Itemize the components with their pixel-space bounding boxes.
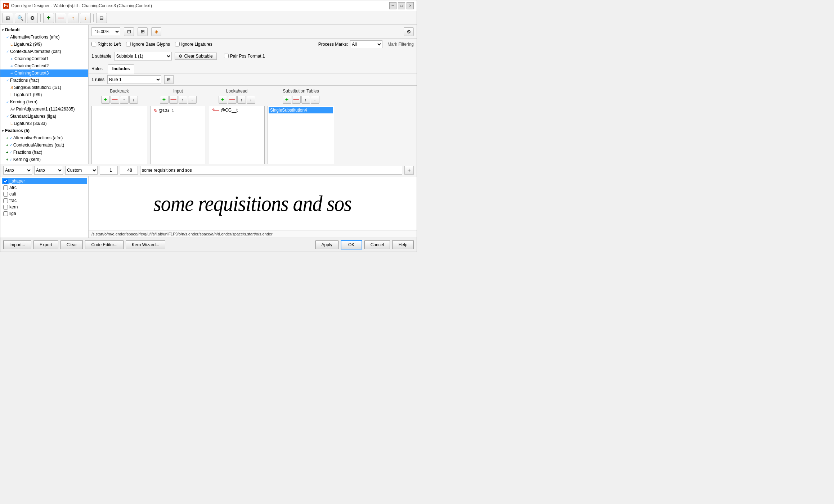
- subtable-select[interactable]: Subtable 1 (1): [114, 52, 172, 60]
- font-size-stepper[interactable]: [120, 166, 138, 175]
- close-button[interactable]: ✕: [407, 2, 414, 9]
- tree-item-alternativefractions[interactable]: ✓ AlternativeFractions (afrc): [0, 33, 88, 41]
- shaper-checkbox[interactable]: [3, 179, 8, 184]
- code-editor-button[interactable]: Code Editor...: [85, 240, 124, 249]
- subst-remove-button[interactable]: —: [292, 96, 301, 104]
- tree-feature-kern[interactable]: + ✓ Kerning (kern): [0, 156, 88, 163]
- clear-subtable-button[interactable]: ⚙ Clear Subtable: [175, 53, 216, 60]
- ok-button[interactable]: OK: [341, 240, 362, 249]
- tree-item-chainingcontext2[interactable]: ↩ ChainingContext2: [0, 62, 88, 69]
- tools-button[interactable]: ⚙: [27, 13, 38, 23]
- tree-item-fractions[interactable]: ✓ Fractions (frac): [0, 77, 88, 84]
- tree-area[interactable]: ▾ Default ✓ AlternativeFractions (afrc) …: [0, 25, 88, 164]
- feature-frac[interactable]: frac: [2, 197, 87, 204]
- process-marks-select[interactable]: All None: [350, 40, 382, 48]
- zoom-select[interactable]: 15.00% 25.00% 50.00% 100.00%: [91, 27, 120, 36]
- tree-item-ligature1[interactable]: L Ligature1 (9/9): [0, 91, 88, 98]
- subst-list-item[interactable]: SingleSubstitution4: [269, 107, 333, 113]
- pair-pos-format-checkbox[interactable]: [224, 54, 229, 58]
- input-list[interactable]: ✎ @CG_1: [150, 106, 206, 164]
- tree-item-contextualalternates[interactable]: ✓ ContextualAlternates (calt): [0, 48, 88, 55]
- tree-item-kerning[interactable]: ✓ Kerning (kern): [0, 98, 88, 105]
- check-icon: ✓: [6, 114, 9, 118]
- backtrack-up-button[interactable]: ↑: [120, 96, 129, 104]
- settings-button[interactable]: ⚙: [404, 27, 414, 36]
- fit-view-button[interactable]: ⊡: [124, 27, 134, 36]
- edit-rule-button[interactable]: ⊞: [164, 75, 174, 84]
- add-text-button[interactable]: +: [404, 166, 414, 175]
- tree-item-pairadjustment1[interactable]: AV PairAdjustment1 (1124/26385): [0, 105, 88, 113]
- search-button[interactable]: 🔍: [15, 13, 26, 23]
- kern-wizard-button[interactable]: Kern Wizard...: [126, 240, 165, 249]
- tree-item-chainingcontext1[interactable]: ↩ ChainingContext1: [0, 55, 88, 62]
- clear-button[interactable]: Clear: [60, 240, 83, 249]
- tree-feature-calt[interactable]: + ✓ ContextualAlternates (calt): [0, 141, 88, 149]
- feature-calt[interactable]: calt: [2, 191, 87, 197]
- tree-item-ligature3[interactable]: L Ligature3 (33/33): [0, 120, 88, 127]
- auto-dropdown-1[interactable]: Auto: [3, 166, 32, 175]
- cancel-button[interactable]: Cancel: [364, 240, 390, 249]
- lookahead-add-button[interactable]: +: [219, 96, 227, 104]
- export-button[interactable]: Export: [33, 240, 58, 249]
- calt-checkbox[interactable]: [3, 192, 8, 197]
- feature-shaper[interactable]: _shaper: [2, 178, 87, 184]
- pages-button[interactable]: ⊟: [96, 13, 107, 23]
- feature-liga[interactable]: liga: [2, 210, 87, 217]
- feature-afrc[interactable]: afrc: [2, 184, 87, 191]
- backtrack-down-button[interactable]: ↓: [129, 96, 138, 104]
- frac-checkbox[interactable]: [3, 198, 8, 203]
- input-list-item[interactable]: ✎ @CG_1: [151, 107, 205, 114]
- minimize-button[interactable]: ─: [389, 2, 396, 9]
- tree-item-label: Fractions (frac): [10, 78, 39, 83]
- input-remove-button[interactable]: —: [169, 96, 178, 104]
- preview-text-input[interactable]: [140, 166, 402, 175]
- remove-button[interactable]: —: [55, 13, 66, 23]
- liga-checkbox[interactable]: [3, 211, 8, 216]
- backtrack-remove-button[interactable]: —: [111, 96, 119, 104]
- maximize-button[interactable]: □: [398, 2, 405, 9]
- color-button[interactable]: ◈: [151, 27, 161, 36]
- custom-dropdown[interactable]: Custom: [65, 166, 98, 175]
- tree-feature-frac[interactable]: + ✓ Fractions (frac): [0, 149, 88, 156]
- input-up-button[interactable]: ↑: [179, 96, 187, 104]
- lookahead-up-button[interactable]: ↑: [237, 96, 246, 104]
- input-add-button[interactable]: +: [160, 96, 169, 104]
- title-text: OpenType Designer - Walden(5).ttf : Chai…: [11, 3, 389, 8]
- subst-down-button[interactable]: ↓: [311, 96, 319, 104]
- tree-section-features[interactable]: ▾ Features (5): [0, 127, 88, 134]
- right-to-left-checkbox[interactable]: [91, 42, 96, 46]
- lookahead-down-button[interactable]: ↓: [247, 96, 255, 104]
- help-button[interactable]: Help: [392, 240, 414, 249]
- move-up-button[interactable]: ↑: [68, 13, 79, 23]
- tree-section-default[interactable]: ▾ Default: [0, 26, 88, 33]
- lookahead-list[interactable]: ✎— @CG__t: [209, 106, 265, 164]
- lookahead-list-item[interactable]: ✎— @CG__t: [210, 107, 264, 113]
- subst-list[interactable]: SingleSubstitution4: [268, 106, 334, 164]
- kern-checkbox[interactable]: [3, 205, 8, 210]
- add-button[interactable]: +: [43, 13, 54, 23]
- tree-item-standardligatures[interactable]: ✓ StandardLigatures (liga): [0, 113, 88, 120]
- tree-item-chainingcontext3[interactable]: ↩ ChainingContext3: [0, 69, 88, 77]
- auto-dropdown-2[interactable]: Auto: [34, 166, 63, 175]
- table-view-button[interactable]: ⊞: [138, 27, 148, 36]
- lookahead-remove-button[interactable]: —: [228, 96, 237, 104]
- import-button[interactable]: Import...: [3, 240, 31, 249]
- subst-up-button[interactable]: ↑: [301, 96, 310, 104]
- backtrack-add-button[interactable]: +: [101, 96, 110, 104]
- move-down-button[interactable]: ↓: [80, 13, 91, 23]
- tree-feature-afrc[interactable]: + ✓ AlternativeFractions (afrc): [0, 134, 88, 141]
- input-down-button[interactable]: ↓: [188, 96, 197, 104]
- ignore-ligatures-checkbox[interactable]: [175, 42, 180, 46]
- rules-select[interactable]: Rule 1: [107, 75, 161, 84]
- tree-item-ligature2[interactable]: L Ligature2 (9/9): [0, 41, 88, 48]
- backtrack-list[interactable]: [91, 106, 147, 164]
- tree-item-singlesubstitution1[interactable]: S SingleSubstitution1 (1/1): [0, 84, 88, 91]
- subst-add-button[interactable]: +: [283, 96, 291, 104]
- afrc-checkbox[interactable]: [3, 185, 8, 190]
- size-stepper[interactable]: [100, 166, 118, 175]
- feature-kern[interactable]: kern: [2, 204, 87, 210]
- ignore-base-glyphs-checkbox[interactable]: [126, 42, 131, 46]
- tab-includes[interactable]: Includes: [108, 64, 135, 73]
- grid-view-button[interactable]: ⊞: [3, 13, 13, 23]
- apply-button[interactable]: Apply: [315, 240, 338, 249]
